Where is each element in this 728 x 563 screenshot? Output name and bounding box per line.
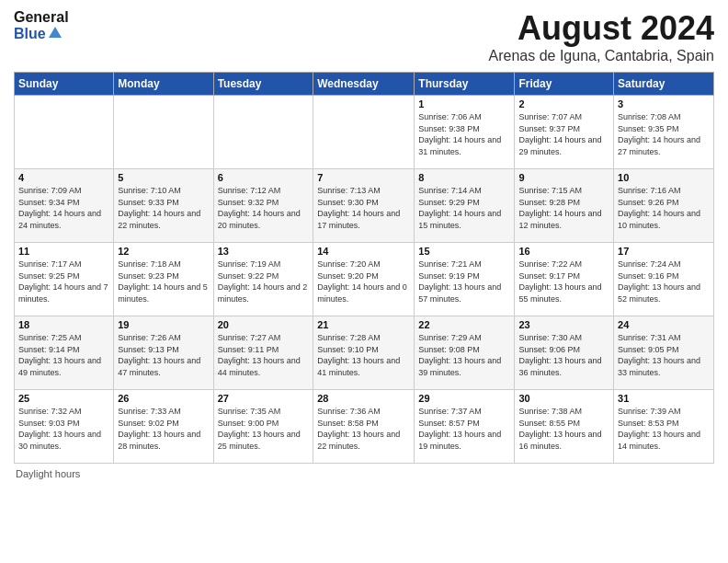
day-number: 30 (518, 393, 609, 404)
calendar-header-row: SundayMondayTuesdayWednesdayThursdayFrid… (15, 73, 714, 96)
day-number: 2 (518, 98, 609, 109)
calendar-table: SundayMondayTuesdayWednesdayThursdayFrid… (14, 72, 714, 464)
calendar-header-thursday: Thursday (415, 73, 515, 96)
day-number: 15 (418, 246, 510, 257)
day-number: 19 (118, 319, 209, 330)
day-number: 12 (118, 246, 209, 257)
calendar-cell: 25Sunrise: 7:32 AM Sunset: 9:03 PM Dayli… (15, 390, 114, 464)
day-number: 8 (418, 172, 510, 183)
calendar-cell: 8Sunrise: 7:14 AM Sunset: 9:29 PM Daylig… (415, 169, 515, 243)
header: GeneralBlue August 2024 Arenas de Iguna,… (14, 9, 714, 64)
day-number: 25 (18, 393, 109, 404)
calendar-cell: 14Sunrise: 7:20 AM Sunset: 9:20 PM Dayli… (313, 243, 415, 316)
title-block: August 2024 Arenas de Iguna, Cantabria, … (489, 9, 715, 64)
day-number: 26 (118, 393, 209, 404)
main-title: August 2024 (489, 9, 715, 48)
calendar-cell: 16Sunrise: 7:22 AM Sunset: 9:17 PM Dayli… (515, 243, 614, 316)
day-number: 17 (618, 246, 710, 257)
calendar-cell (15, 96, 114, 169)
day-number: 9 (518, 172, 609, 183)
day-info: Sunrise: 7:12 AM Sunset: 9:32 PM Dayligh… (218, 185, 310, 231)
day-number: 20 (218, 319, 310, 330)
day-info: Sunrise: 7:19 AM Sunset: 9:22 PM Dayligh… (218, 259, 310, 304)
day-number: 5 (118, 172, 209, 183)
day-number: 7 (317, 172, 410, 183)
day-number: 23 (518, 319, 609, 330)
calendar-cell: 7Sunrise: 7:13 AM Sunset: 9:30 PM Daylig… (313, 169, 415, 243)
calendar-cell: 18Sunrise: 7:25 AM Sunset: 9:14 PM Dayli… (15, 316, 114, 390)
day-number: 22 (418, 319, 510, 330)
day-info: Sunrise: 7:25 AM Sunset: 9:14 PM Dayligh… (18, 332, 109, 378)
calendar-header-wednesday: Wednesday (313, 73, 415, 96)
day-info: Sunrise: 7:30 AM Sunset: 9:06 PM Dayligh… (518, 332, 609, 378)
calendar-week-1: 1Sunrise: 7:06 AM Sunset: 9:38 PM Daylig… (15, 96, 714, 169)
calendar-cell: 28Sunrise: 7:36 AM Sunset: 8:58 PM Dayli… (313, 390, 415, 464)
calendar-cell: 12Sunrise: 7:18 AM Sunset: 9:23 PM Dayli… (114, 243, 213, 316)
calendar-cell: 1Sunrise: 7:06 AM Sunset: 9:38 PM Daylig… (415, 96, 515, 169)
day-info: Sunrise: 7:15 AM Sunset: 9:28 PM Dayligh… (518, 185, 609, 231)
day-info: Sunrise: 7:17 AM Sunset: 9:25 PM Dayligh… (18, 259, 109, 304)
day-info: Sunrise: 7:06 AM Sunset: 9:38 PM Dayligh… (418, 111, 510, 157)
calendar-cell: 11Sunrise: 7:17 AM Sunset: 9:25 PM Dayli… (15, 243, 114, 316)
day-number: 16 (518, 246, 609, 257)
day-number: 29 (418, 393, 510, 404)
calendar-cell: 13Sunrise: 7:19 AM Sunset: 9:22 PM Dayli… (213, 243, 313, 316)
day-info: Sunrise: 7:38 AM Sunset: 8:55 PM Dayligh… (518, 406, 609, 452)
calendar-cell: 21Sunrise: 7:28 AM Sunset: 9:10 PM Dayli… (313, 316, 415, 390)
day-number: 27 (218, 393, 310, 404)
calendar-cell: 24Sunrise: 7:31 AM Sunset: 9:05 PM Dayli… (614, 316, 714, 390)
day-info: Sunrise: 7:07 AM Sunset: 9:37 PM Dayligh… (518, 111, 609, 157)
calendar-header-friday: Friday (515, 73, 614, 96)
calendar-cell: 29Sunrise: 7:37 AM Sunset: 8:57 PM Dayli… (415, 390, 515, 464)
day-number: 31 (618, 393, 710, 404)
calendar-cell: 30Sunrise: 7:38 AM Sunset: 8:55 PM Dayli… (515, 390, 614, 464)
day-info: Sunrise: 7:37 AM Sunset: 8:57 PM Dayligh… (418, 406, 510, 452)
day-info: Sunrise: 7:31 AM Sunset: 9:05 PM Dayligh… (618, 332, 710, 378)
day-info: Sunrise: 7:27 AM Sunset: 9:11 PM Dayligh… (218, 332, 310, 378)
calendar-cell: 17Sunrise: 7:24 AM Sunset: 9:16 PM Dayli… (614, 243, 714, 316)
day-info: Sunrise: 7:26 AM Sunset: 9:13 PM Dayligh… (118, 332, 209, 378)
day-info: Sunrise: 7:22 AM Sunset: 9:17 PM Dayligh… (518, 259, 609, 304)
day-info: Sunrise: 7:18 AM Sunset: 9:23 PM Dayligh… (118, 259, 209, 304)
calendar-week-5: 25Sunrise: 7:32 AM Sunset: 9:03 PM Dayli… (15, 390, 714, 464)
calendar-cell: 27Sunrise: 7:35 AM Sunset: 9:00 PM Dayli… (213, 390, 313, 464)
footer: Daylight hours (14, 468, 714, 479)
day-info: Sunrise: 7:39 AM Sunset: 8:53 PM Dayligh… (618, 406, 710, 452)
day-number: 18 (18, 319, 109, 330)
day-number: 10 (618, 172, 710, 183)
calendar-cell (114, 96, 213, 169)
day-number: 13 (218, 246, 310, 257)
calendar-cell (213, 96, 313, 169)
calendar-cell: 6Sunrise: 7:12 AM Sunset: 9:32 PM Daylig… (213, 169, 313, 243)
day-number: 11 (18, 246, 109, 257)
calendar-header-tuesday: Tuesday (213, 73, 313, 96)
calendar-cell: 9Sunrise: 7:15 AM Sunset: 9:28 PM Daylig… (515, 169, 614, 243)
day-number: 1 (418, 98, 510, 109)
day-info: Sunrise: 7:21 AM Sunset: 9:19 PM Dayligh… (418, 259, 510, 304)
day-info: Sunrise: 7:16 AM Sunset: 9:26 PM Dayligh… (618, 185, 710, 231)
day-number: 24 (618, 319, 710, 330)
day-number: 6 (218, 172, 310, 183)
calendar-cell: 31Sunrise: 7:39 AM Sunset: 8:53 PM Dayli… (614, 390, 714, 464)
day-number: 14 (317, 246, 410, 257)
day-number: 28 (317, 393, 410, 404)
calendar-cell: 5Sunrise: 7:10 AM Sunset: 9:33 PM Daylig… (114, 169, 213, 243)
day-number: 3 (618, 98, 710, 109)
day-info: Sunrise: 7:33 AM Sunset: 9:02 PM Dayligh… (118, 406, 209, 452)
day-info: Sunrise: 7:24 AM Sunset: 9:16 PM Dayligh… (618, 259, 710, 304)
calendar-week-4: 18Sunrise: 7:25 AM Sunset: 9:14 PM Dayli… (15, 316, 714, 390)
calendar-cell: 2Sunrise: 7:07 AM Sunset: 9:37 PM Daylig… (515, 96, 614, 169)
calendar-cell: 3Sunrise: 7:08 AM Sunset: 9:35 PM Daylig… (614, 96, 714, 169)
day-info: Sunrise: 7:35 AM Sunset: 9:00 PM Dayligh… (218, 406, 310, 452)
footer-text: Daylight hours (16, 468, 80, 479)
day-number: 4 (18, 172, 109, 183)
page: GeneralBlue August 2024 Arenas de Iguna,… (0, 0, 728, 563)
calendar-header-sunday: Sunday (15, 73, 114, 96)
day-info: Sunrise: 7:08 AM Sunset: 9:35 PM Dayligh… (618, 111, 710, 157)
calendar-header-saturday: Saturday (614, 73, 714, 96)
calendar-cell: 19Sunrise: 7:26 AM Sunset: 9:13 PM Dayli… (114, 316, 213, 390)
calendar-cell: 22Sunrise: 7:29 AM Sunset: 9:08 PM Dayli… (415, 316, 515, 390)
calendar-cell: 10Sunrise: 7:16 AM Sunset: 9:26 PM Dayli… (614, 169, 714, 243)
day-info: Sunrise: 7:13 AM Sunset: 9:30 PM Dayligh… (317, 185, 410, 231)
calendar-header-monday: Monday (114, 73, 213, 96)
